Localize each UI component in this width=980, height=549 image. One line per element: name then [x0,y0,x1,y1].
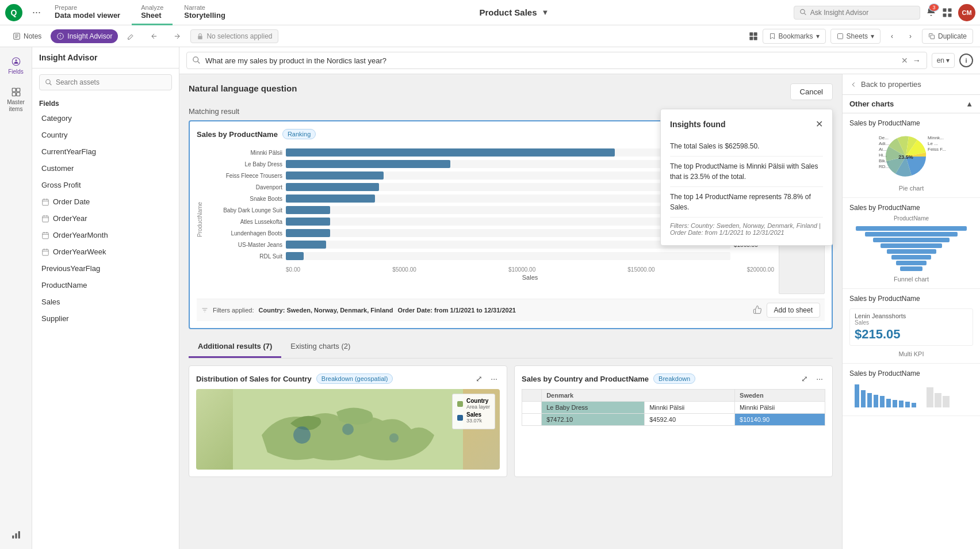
sidebar-item-master[interactable]: Master items [2,82,30,117]
expand-small-1-btn[interactable]: ⤢ [473,373,485,384]
bookmarks-btn[interactable]: Bookmarks ▾ [763,29,826,44]
prev-sheet-btn[interactable]: ‹ [885,29,899,43]
duplicate-btn[interactable]: Duplicate [922,29,973,44]
insights-popup: Insights found ✕ The total Sales is $625… [660,109,833,246]
field-item-orderyear[interactable]: OrderYear [39,210,172,227]
insights-popup-header: Insights found ✕ [670,119,823,129]
more-small-1-btn[interactable]: ··· [488,373,500,384]
svg-point-31 [46,79,50,83]
ask-insight-input[interactable] [810,9,914,17]
kpi-label: Sales [855,319,968,326]
back-arrow-icon [849,81,858,89]
fields-section: Fields Category CountryCurrentYearFlagCu… [32,96,179,330]
legend-sales: Sales 33.07k [457,411,490,424]
toolbar-btn-3[interactable] [144,29,164,43]
notes-btn[interactable]: Notes [7,29,47,43]
tab-analyze[interactable]: Analyze Sheet [132,0,173,25]
other-charts-collapse-btn[interactable]: ▲ [966,100,973,108]
search-assets-input[interactable] [56,78,166,86]
small-chart-2-badge: Breakdown [653,373,695,384]
toolbar-btn-2[interactable] [121,29,141,43]
field-name: Customer [41,164,74,173]
field-item-customer[interactable]: Customer [39,160,172,177]
svg-text:Hi...: Hi... [879,152,887,158]
search-bar[interactable]: ✕ → [186,52,927,69]
app-title-dropdown[interactable]: ▼ [542,8,549,17]
svg-rect-65 [855,384,859,407]
field-item-orderyearweek[interactable]: OrderYearWeek [39,243,172,260]
prepare-sub: Data model viewer [55,11,120,20]
tab-existing[interactable]: Existing charts (2) [281,336,359,358]
table-cell-val-le: $7472.10 [542,414,645,426]
insight-advisor-btn[interactable]: Insight Advisor [51,29,118,43]
field-item-gross-profit[interactable]: Gross Profit [39,177,172,193]
next-sheet-btn[interactable]: › [904,29,917,43]
table-header-denmark: Denmark [542,390,735,402]
language-selector[interactable]: en ▾ [932,53,955,68]
field-item-productname[interactable]: ProductName [39,277,172,293]
bar-name: Lundenhagen Boots [208,230,282,237]
small-chart-2-actions: ⤢ ··· [799,373,825,384]
field-item-currentyearflag[interactable]: CurrentYearFlag [39,143,172,160]
sidebar-item-bottom[interactable] [2,525,30,544]
toolbar-btn-4[interactable] [167,29,187,43]
field-item-supplier[interactable]: Supplier [39,310,172,327]
field-item-country[interactable]: Country [39,127,172,143]
search-assets[interactable] [39,74,172,90]
svg-rect-68 [874,395,878,407]
grid-view-btn[interactable] [749,32,758,41]
more-menu-btn[interactable]: ··· [30,4,43,21]
bar-preview-svg [849,381,973,410]
ask-insight-bar[interactable] [794,6,920,20]
field-name: PreviousYearFlag [41,264,100,273]
tab-prepare[interactable]: Prepare Data model viewer [45,0,129,25]
svg-rect-7 [948,13,952,17]
sidebar-item-fields[interactable]: Fields [2,52,30,80]
tab-additional[interactable]: Additional results (7) [189,336,281,358]
svg-rect-19 [753,36,757,40]
logo[interactable]: Q [5,3,23,22]
cancel-btn[interactable]: Cancel [790,83,833,100]
svg-rect-16 [749,32,753,36]
clear-query-btn[interactable]: ✕ [901,56,908,65]
notification-btn[interactable]: 3 [926,6,936,18]
field-item-previousyearflag[interactable]: PreviousYearFlag [39,260,172,277]
query-input[interactable] [205,56,897,65]
svg-text:Q: Q [11,8,17,17]
sheets-label: Sheets [847,32,868,40]
sheets-btn[interactable]: Sheets ▾ [830,29,881,44]
insight-advisor-label: Insight Advisor [67,32,112,40]
bookmarks-dropdown[interactable]: ▾ [816,32,820,40]
more-small-2-btn[interactable]: ··· [814,373,825,384]
bar-fill [286,183,379,191]
field-item-category[interactable]: Category [39,110,172,127]
tab-narrate[interactable]: Narrate Storytelling [175,0,235,25]
insights-close-btn[interactable]: ✕ [816,119,823,129]
field-name: CurrentYearFlag [41,147,96,156]
bar-fill [286,195,375,203]
field-item-orderyearmonth[interactable]: OrderYearMonth [39,227,172,243]
user-avatar[interactable]: CM [958,4,975,21]
apps-icon[interactable] [942,7,952,18]
back-to-properties-btn[interactable]: Back to properties [843,74,980,95]
field-item-order-date[interactable]: Order Date [39,193,172,210]
table-cell-empty [522,402,542,414]
add-to-sheet-btn[interactable]: Add to sheet [767,303,820,318]
field-item-sales[interactable]: Sales [39,293,172,310]
submit-query-btn[interactable]: → [913,56,921,65]
bar-name: Atles Lussekofta [208,219,282,225]
funnel-bar-6 [891,255,931,260]
bar-fill [286,160,450,168]
expand-small-2-btn[interactable]: ⤢ [799,373,810,384]
x-axis-tick: $15000.00 [627,266,654,273]
legend-sales-dot [457,415,463,421]
table-cell-val-minnki-se: $10140.90 [735,414,825,426]
notes-icon [13,32,21,40]
bar-x-axis-label: Sales [208,274,774,281]
bar-name: US-Master Jeans [208,242,282,248]
thumbs-up-btn[interactable] [753,305,762,316]
small-chart-1: Distribution of Sales for Country Breakd… [189,365,507,477]
info-btn[interactable]: i [959,54,973,67]
calendar-icon [41,215,49,223]
filter-label: Filters applied: [213,307,254,314]
